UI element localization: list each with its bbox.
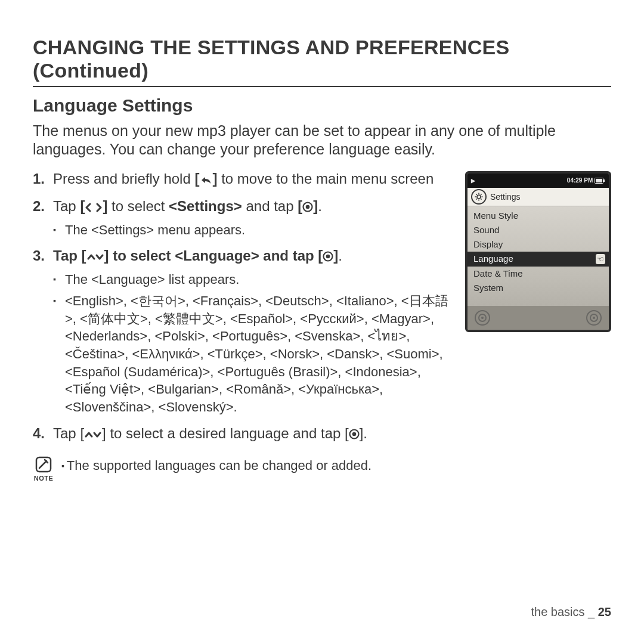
step-2-target: <Settings>	[169, 198, 242, 214]
steps-list: Press and briefly hold [] to move to the…	[33, 170, 457, 444]
step-3: Tap [] to select <Language> and tap []. …	[33, 247, 457, 416]
up-down-icon	[86, 248, 104, 266]
note-icon	[33, 456, 54, 473]
footer-page-number: 25	[598, 605, 611, 618]
svg-point-10	[477, 195, 481, 199]
battery-icon	[595, 177, 605, 184]
step-3-text-a: Tap	[53, 247, 82, 264]
page-title: CHANGING THE SETTINGS AND PREFERENCES (C…	[33, 36, 611, 82]
left-right-icon	[85, 199, 103, 216]
device-menu-item: Display	[467, 237, 609, 252]
svg-point-21	[481, 317, 484, 319]
step-4-text-a: Tap	[53, 425, 80, 441]
select-icon	[349, 426, 360, 444]
device-time: 04:29 PM	[567, 177, 593, 184]
device-menu-item: Sound	[467, 223, 609, 237]
pointer-icon: ☜	[596, 254, 605, 265]
device-bottombar	[467, 306, 609, 330]
step-1-text-b: to move to the main menu screen	[217, 171, 434, 187]
step-2-text-a: Tap	[53, 198, 80, 214]
svg-line-16	[481, 199, 481, 199]
device-menu: Menu StyleSoundDisplayLanguage☜Date & Ti…	[467, 206, 609, 311]
step-3-target: <Language>	[175, 247, 259, 264]
gear-icon	[471, 189, 487, 205]
step-4: Tap [] to select a desired language and …	[33, 425, 457, 444]
back-icon	[199, 171, 212, 189]
device-menu-item: Date & Time	[467, 267, 609, 281]
svg-rect-8	[596, 179, 602, 182]
svg-point-5	[352, 432, 356, 436]
step-1: Press and briefly hold [] to move to the…	[33, 170, 457, 189]
step-2-text-c: and tap	[242, 198, 298, 214]
step-3-sub-1: The <Language> list appears.	[53, 271, 457, 289]
step-2-sub: The <Settings> menu appears.	[53, 221, 457, 239]
step-2-text-b: to select	[107, 198, 169, 214]
speaker-icon	[585, 309, 603, 327]
svg-line-18	[476, 199, 476, 199]
device-menu-item: Menu Style	[467, 209, 609, 223]
device-statusbar: ▶ 04:29 PM	[467, 174, 609, 188]
step-3-sub-2: <English>, <한국어>, <Français>, <Deutsch>,…	[53, 292, 457, 416]
device-title: Settings	[490, 192, 521, 202]
play-icon: ▶	[471, 178, 475, 184]
divider	[33, 86, 611, 87]
device-titlebar: Settings	[467, 188, 609, 206]
device-screenshot: ▶ 04:29 PM Settings Menu StyleSoundDispl…	[465, 171, 611, 332]
up-down-icon	[84, 426, 102, 444]
section-title: Language Settings	[33, 95, 611, 116]
device-menu-item: Language☜	[467, 252, 609, 266]
svg-line-17	[481, 194, 481, 194]
note-text: The supported languages can be changed o…	[61, 456, 371, 473]
device-menu-item: System	[467, 281, 609, 295]
svg-point-3	[326, 255, 330, 259]
step-3-text-b: to select	[109, 247, 175, 264]
svg-point-24	[593, 317, 595, 319]
svg-line-15	[476, 194, 476, 194]
note-block: NOTE The supported languages can be chan…	[33, 456, 457, 482]
step-3-text-c: and tap	[259, 247, 318, 264]
page-footer: the basics _ 25	[531, 605, 611, 619]
select-icon	[323, 248, 333, 266]
svg-rect-9	[603, 179, 605, 182]
note-label: NOTE	[33, 475, 54, 482]
step-2: Tap [] to select <Settings> and tap []. …	[33, 197, 457, 239]
speaker-icon	[473, 309, 491, 327]
footer-section: the basics _	[531, 605, 597, 618]
step-4-text-b: to select a desired language and tap	[106, 425, 345, 441]
intro-paragraph: The menus on your new mp3 player can be …	[33, 122, 611, 159]
svg-point-1	[306, 205, 310, 209]
step-1-text-a: Press and briefly hold	[53, 171, 194, 187]
select-icon	[302, 199, 313, 216]
